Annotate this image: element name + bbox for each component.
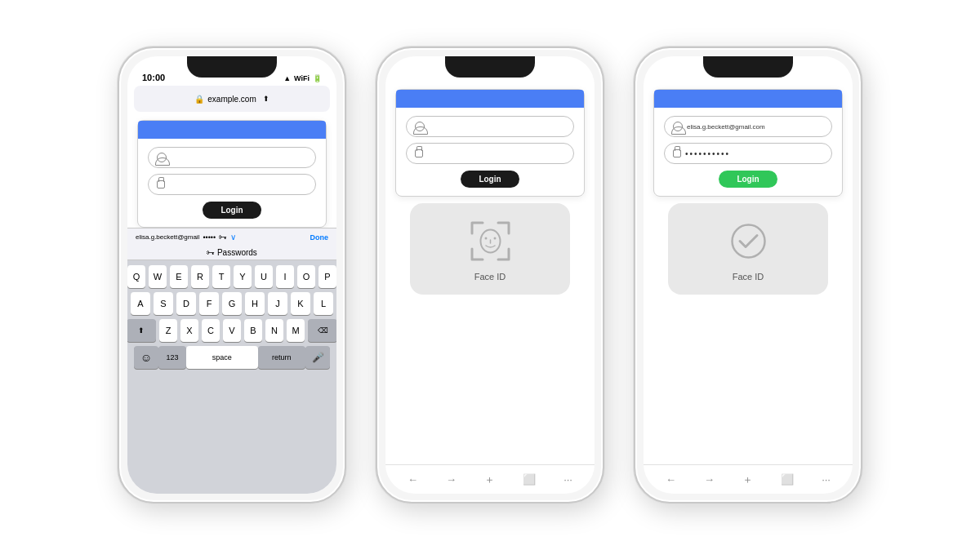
key-k[interactable]: K	[291, 292, 310, 315]
url-text: example.com	[207, 95, 256, 104]
nav-back-2[interactable]: ←	[408, 473, 418, 486]
phone-3: elisa.g.beckett@gmail.com •••••••••• Log…	[634, 47, 862, 503]
key-a[interactable]: A	[131, 292, 150, 315]
login-card-2: Login	[395, 89, 585, 197]
nav-add-2[interactable]: ＋	[484, 472, 495, 487]
key-h[interactable]: H	[245, 292, 265, 315]
nav-back-3[interactable]: ←	[666, 473, 676, 486]
pw-icon-1	[157, 180, 165, 189]
key-emoji[interactable]: ☺	[134, 346, 158, 369]
passwords-label: 🗝 Passwords	[127, 246, 336, 260]
phone-3-screen: elisa.g.beckett@gmail.com •••••••••• Log…	[644, 56, 853, 494]
key-g[interactable]: G	[222, 292, 242, 315]
key-j[interactable]: J	[268, 292, 287, 315]
nav-forward-3[interactable]: →	[704, 473, 715, 486]
share-icon: ⬆	[263, 95, 270, 103]
bottom-nav-3: ← → ＋ ⬜ ···	[644, 464, 853, 494]
phone-2-screen: Login	[385, 56, 595, 494]
key-return[interactable]: return	[258, 346, 305, 369]
key-row-4: ☺ 123 space return 🎤	[131, 346, 333, 369]
passwords-label-text: 🗝 Passwords	[207, 248, 257, 257]
key-123[interactable]: 123	[158, 346, 186, 369]
nav-tabs-2[interactable]: ⬜	[523, 473, 536, 486]
key-e[interactable]: E	[170, 265, 188, 288]
pw-icon-3	[673, 149, 681, 157]
nav-add-3[interactable]: ＋	[742, 472, 753, 487]
login-card-3: elisa.g.beckett@gmail.com •••••••••• Log…	[653, 89, 843, 197]
key-q[interactable]: Q	[127, 265, 145, 288]
username-field-2[interactable]	[406, 116, 574, 137]
autofill-dots: •••••	[203, 233, 216, 242]
bottom-nav-2: ← → ＋ ⬜ ···	[385, 464, 595, 494]
autofill-chevron[interactable]: ∨	[230, 233, 236, 242]
face-id-popup-3: Face ID	[668, 203, 828, 295]
key-c[interactable]: C	[202, 319, 220, 342]
username-field-3[interactable]: elisa.g.beckett@gmail.com	[664, 116, 832, 137]
login-button-2[interactable]: Login	[461, 171, 519, 188]
address-bar[interactable]: 🔒 example.com ⬆	[134, 86, 330, 112]
password-value-3: ••••••••••	[685, 149, 730, 158]
status-time-1: 10:00	[142, 73, 165, 82]
card-header-2	[396, 90, 584, 108]
key-y[interactable]: Y	[234, 265, 252, 288]
face-id-label-3: Face ID	[733, 272, 764, 282]
face-check-svg	[726, 219, 771, 264]
nav-tabs-3[interactable]: ⬜	[781, 473, 794, 486]
key-l[interactable]: L	[314, 292, 333, 315]
password-field-2[interactable]	[406, 143, 574, 164]
login-button-1[interactable]: Login	[203, 202, 261, 219]
user-icon-3	[673, 122, 683, 131]
username-field-1[interactable]	[148, 147, 316, 168]
key-s[interactable]: S	[154, 292, 173, 315]
key-row-1: Q W E R T Y U I O P	[131, 265, 333, 288]
key-mic[interactable]: 🎤	[305, 346, 330, 369]
password-field-1[interactable]	[148, 174, 316, 195]
key-w[interactable]: W	[149, 265, 167, 288]
autofill-email: elisa.g.beckett@gmail	[136, 233, 199, 241]
key-x[interactable]: X	[180, 319, 198, 342]
autofill-bar[interactable]: elisa.g.beckett@gmail ••••• 🗝 ∨ Done	[127, 228, 336, 246]
phone-1-screen: 10:00 ▲ WiFi 🔋 🔒 example.com ⬆	[127, 56, 336, 494]
nav-forward-2[interactable]: →	[446, 473, 457, 486]
key-t[interactable]: T	[212, 265, 230, 288]
nav-more-2[interactable]: ···	[564, 473, 572, 486]
notch-1	[187, 56, 277, 78]
face-id-popup-2: Face ID	[410, 203, 570, 295]
key-m[interactable]: M	[287, 319, 305, 342]
keyboard: Q W E R T Y U I O P A S D F G	[127, 260, 336, 494]
key-o[interactable]: O	[297, 265, 315, 288]
key-u[interactable]: U	[255, 265, 273, 288]
svg-point-1	[484, 237, 487, 239]
phone-1: 10:00 ▲ WiFi 🔋 🔒 example.com ⬆	[118, 47, 346, 503]
key-delete[interactable]: ⌫	[308, 319, 336, 342]
key-b[interactable]: B	[244, 319, 262, 342]
username-value-3: elisa.g.beckett@gmail.com	[687, 123, 765, 131]
face-id-label-2: Face ID	[474, 272, 506, 282]
password-field-3[interactable]: ••••••••••	[664, 143, 832, 164]
login-button-3[interactable]: Login	[719, 171, 777, 188]
card-header-3	[654, 90, 842, 108]
pw-icon-2	[415, 149, 423, 157]
phone-2: Login	[376, 47, 604, 503]
key-n[interactable]: N	[265, 319, 283, 342]
key-i[interactable]: I	[276, 265, 294, 288]
key-r[interactable]: R	[191, 265, 209, 288]
lock-icon: 🔒	[194, 95, 204, 104]
key-space[interactable]: space	[186, 346, 258, 369]
autofill-done[interactable]: Done	[310, 233, 329, 242]
autofill-left: elisa.g.beckett@gmail ••••• 🗝 ∨	[136, 233, 236, 242]
key-row-3: ⬆ Z X C V B N M ⌫	[131, 319, 333, 342]
key-shift[interactable]: ⬆	[127, 319, 156, 342]
key-p[interactable]: P	[318, 265, 336, 288]
key-d[interactable]: D	[176, 292, 196, 315]
face-scan-svg	[468, 219, 513, 264]
login-card-1: Login	[137, 120, 327, 228]
nav-more-3[interactable]: ···	[822, 473, 831, 486]
phones-container: 10:00 ▲ WiFi 🔋 🔒 example.com ⬆	[101, 30, 879, 520]
key-z[interactable]: Z	[159, 319, 177, 342]
key-f[interactable]: F	[199, 292, 219, 315]
key-row-2: A S D F G H J K L	[131, 292, 333, 315]
key-v[interactable]: V	[223, 319, 241, 342]
notch-3	[703, 56, 793, 78]
status-icons-1: ▲ WiFi 🔋	[283, 74, 322, 82]
